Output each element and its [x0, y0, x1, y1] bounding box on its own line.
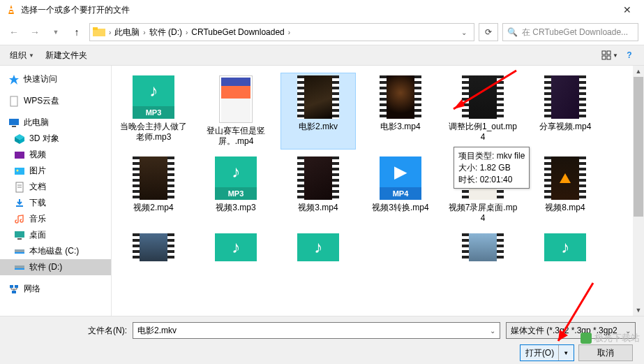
vertical-scrollbar[interactable]: ▲ ▼	[633, 66, 644, 316]
file-name: 分享视频.mp4	[539, 122, 592, 132]
sidebar-3d-objects[interactable]: 3D 对象	[0, 131, 111, 147]
download-icon	[14, 198, 25, 209]
folder-icon	[93, 27, 105, 38]
address-dropdown[interactable]: ⌄	[457, 29, 471, 36]
sidebar-quick-access[interactable]: 快速访问	[0, 71, 111, 87]
crumb-pc[interactable]: 此电脑	[112, 27, 142, 38]
scroll-down-icon[interactable]: ▼	[633, 305, 644, 316]
file-item[interactable]: 视频8.mp4	[527, 154, 603, 226]
sidebar-this-pc[interactable]: 此电脑	[0, 115, 111, 131]
file-name: 电影3.mp4	[380, 122, 420, 132]
video-thumbnail	[219, 75, 253, 123]
tooltip-size: 大小: 1.82 GB	[458, 162, 525, 174]
file-item[interactable]	[116, 231, 191, 264]
search-input[interactable]: 🔍 在 CRTubeGet Downloade...	[502, 23, 638, 41]
svg-rect-12	[12, 126, 16, 127]
back-button[interactable]: ←	[6, 24, 22, 41]
open-button[interactable]: 打开(O)▼	[520, 344, 574, 361]
file-item-selected[interactable]: 电影2.mkv	[280, 73, 356, 150]
svg-rect-4	[93, 27, 98, 30]
new-folder-button[interactable]: 新建文件夹	[41, 47, 91, 64]
file-item[interactable]: ♪	[280, 231, 356, 264]
file-item[interactable]: 调整比例1_out.mp4	[445, 73, 521, 150]
video-thumbnail	[380, 75, 421, 119]
svg-rect-22	[15, 231, 24, 238]
refresh-button[interactable]: ⟳	[479, 23, 498, 41]
file-item[interactable]: 视频3.mp4	[280, 154, 356, 226]
file-area: ♪MP3 当晚会主持人做了老师.mp3 登山赛车但是竖屏。.mp4 电影2.mk…	[112, 66, 644, 316]
file-item[interactable]	[363, 231, 438, 264]
file-icon	[8, 96, 20, 107]
filename-value: 电影2.mkv	[137, 325, 177, 337]
up-button[interactable]: ↑	[68, 24, 85, 41]
pc-icon	[8, 117, 20, 129]
chevron-right-icon[interactable]: ›	[287, 29, 291, 36]
mp3-thumbnail: ♪	[209, 233, 262, 261]
scrollbar-thumb[interactable]	[634, 77, 643, 217]
tooltip-type: 项目类型: mkv file	[458, 150, 525, 162]
sidebar-c-drive[interactable]: 本地磁盘 (C:)	[0, 243, 111, 259]
file-item[interactable]: ▶MP4 视频3转换.mp4	[363, 154, 438, 226]
file-item[interactable]	[445, 231, 521, 264]
svg-rect-25	[15, 252, 24, 254]
documents-icon	[14, 182, 25, 193]
video-thumbnail	[133, 156, 174, 200]
svg-rect-23	[17, 238, 22, 240]
help-button[interactable]: ?	[620, 48, 638, 63]
file-item[interactable]: ♪MP3 当晚会主持人做了老师.mp3	[116, 73, 191, 150]
watermark: 极光下载站	[581, 332, 640, 344]
video-thumbnail	[544, 156, 586, 200]
file-name: 视频8.mp4	[545, 203, 585, 213]
cube-icon	[14, 133, 25, 145]
file-item[interactable]: ♪MP3 视频3.mp3	[198, 154, 274, 226]
cancel-button[interactable]: 取消	[578, 344, 633, 361]
crumb-folder[interactable]: CRTubeGet Downloaded	[188, 27, 287, 37]
chevron-down-icon[interactable]: ⌄	[490, 327, 495, 335]
filename-input[interactable]: 电影2.mkv ⌄	[133, 322, 500, 339]
file-item[interactable]: ♪	[527, 231, 603, 264]
svg-rect-1	[9, 8, 13, 10]
mp3-thumbnail: ♪MP3	[209, 156, 262, 200]
network-icon	[8, 284, 20, 295]
open-dropdown-icon[interactable]: ▼	[558, 345, 569, 361]
recent-dropdown[interactable]: ▼	[47, 24, 64, 41]
toolbar: 组织▼ 新建文件夹 ▼ ?	[0, 45, 644, 66]
file-item[interactable]: 视频2.mp4	[116, 154, 191, 226]
sidebar-d-drive[interactable]: 软件 (D:)	[0, 259, 111, 275]
organize-menu[interactable]: 组织▼	[6, 47, 38, 64]
file-item[interactable]: 登山赛车但是竖屏。.mp4	[198, 73, 274, 150]
crumb-drive[interactable]: 软件 (D:)	[147, 27, 185, 38]
close-button[interactable]: ✕	[616, 1, 638, 18]
svg-rect-10	[10, 96, 17, 106]
svg-rect-2	[10, 11, 13, 13]
video-thumbnail	[133, 233, 174, 261]
sidebar-videos[interactable]: 视频	[0, 147, 111, 163]
svg-rect-5	[602, 51, 606, 54]
music-icon	[14, 214, 25, 225]
sidebar-documents[interactable]: 文档	[0, 179, 111, 195]
search-icon: 🔍	[507, 27, 518, 37]
svg-rect-29	[15, 285, 18, 288]
file-item[interactable]: 电影3.mp4	[363, 73, 438, 150]
file-item[interactable]: 分享视频.mp4	[527, 73, 603, 150]
sidebar: 快速访问 WPS云盘 此电脑 3D 对象 视频 图片 文档 下载 音乐 桌面 本…	[0, 66, 112, 316]
scroll-up-icon[interactable]: ▲	[633, 66, 644, 77]
sidebar-wps[interactable]: WPS云盘	[0, 93, 111, 109]
mp3-thumbnail: ♪MP3	[127, 75, 180, 119]
sidebar-downloads[interactable]: 下载	[0, 195, 111, 211]
file-item[interactable]: ♪	[198, 231, 274, 264]
video-thumbnail	[297, 156, 339, 200]
view-menu[interactable]: ▼	[601, 48, 619, 63]
breadcrumb-box[interactable]: › 此电脑 › 软件 (D:) › CRTubeGet Downloaded ›…	[89, 23, 474, 41]
sidebar-music[interactable]: 音乐	[0, 211, 111, 227]
file-name: 当晚会主持人做了老师.mp3	[119, 122, 188, 143]
svg-rect-11	[9, 119, 19, 125]
sidebar-pictures[interactable]: 图片	[0, 163, 111, 179]
forward-button[interactable]: →	[27, 24, 43, 41]
sidebar-network[interactable]: 网络	[0, 281, 111, 297]
video-thumbnail	[297, 75, 339, 119]
sidebar-desktop[interactable]: 桌面	[0, 227, 111, 243]
svg-marker-9	[9, 75, 19, 85]
main: 快速访问 WPS云盘 此电脑 3D 对象 视频 图片 文档 下载 音乐 桌面 本…	[0, 66, 644, 316]
titlebar: 选择一个或多个要打开的文件 ✕	[0, 0, 644, 20]
